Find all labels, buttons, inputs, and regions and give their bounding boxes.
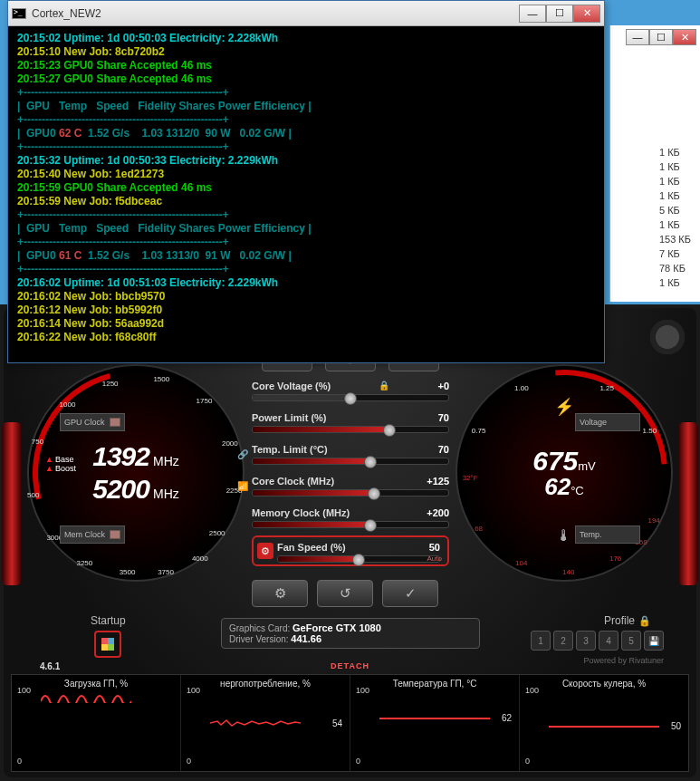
base-boost-legend: ▲Base ▲Boost xyxy=(45,455,76,473)
chart-current-value: 54 xyxy=(332,718,342,728)
core-voltage-slider[interactable]: Core Voltage (%) 🔒+0 xyxy=(252,381,449,401)
temp-value: 62 xyxy=(544,473,571,500)
reset-icon: ↺ xyxy=(340,585,351,602)
startup-toggle[interactable] xyxy=(94,631,121,658)
startup-section: Startup xyxy=(91,614,126,658)
driver-version: 441.66 xyxy=(291,633,321,644)
profile-1-button[interactable]: 1 xyxy=(531,631,551,651)
chart-title: Температура ГП, °С xyxy=(356,679,513,689)
monitor-chart[interactable]: нергопотребление, %100054 xyxy=(181,675,350,771)
temp-label: Temp. xyxy=(575,525,640,544)
clock-gauge: 100012501500 175020002250 2500750 500325… xyxy=(27,364,245,582)
profile-3-button[interactable]: 3 xyxy=(576,631,596,651)
gpu-clock-value: 1392 xyxy=(92,441,149,471)
file-size-cell: 1 КБ xyxy=(659,217,691,232)
voltage-value: 675 xyxy=(532,446,578,476)
slider-value: +0 xyxy=(437,381,449,391)
slider-thumb[interactable] xyxy=(383,424,396,437)
maximize-button[interactable]: ☐ xyxy=(546,5,573,23)
voltage-label: Voltage xyxy=(575,413,640,431)
monitor-chart[interactable]: Загрузка ГП, %1000 xyxy=(12,675,181,771)
slider-column: Core Voltage (%) 🔒+0Power Limit (%)70🔗Te… xyxy=(252,381,449,577)
chart-title: Скорость кулера, % xyxy=(525,679,683,689)
bg-maximize-button[interactable]: ☐ xyxy=(649,29,673,45)
profile-2-button[interactable]: 2 xyxy=(553,631,573,651)
afterburner-panel: A F T E R B U R N E R K ⛨ i 100012501500… xyxy=(0,304,700,781)
mem-clock-value: 5200 xyxy=(92,474,149,504)
slider-thumb[interactable] xyxy=(364,519,377,532)
slider-value: +125 xyxy=(427,476,449,487)
minimize-button[interactable]: — xyxy=(519,5,546,23)
slider-value: 70 xyxy=(438,444,449,455)
fan-speed-slider[interactable]: ⚙Fan Speed (%)50Auto xyxy=(252,535,449,566)
terminal-title: Cortex_NEW2 xyxy=(32,7,519,20)
file-size-cell: 1 КБ xyxy=(659,174,691,188)
detach-button[interactable]: DETACH xyxy=(331,661,369,670)
temp-limit-slider[interactable]: 🔗Temp. Limit (°C)70 xyxy=(252,444,449,465)
slider-thumb[interactable] xyxy=(344,392,357,405)
gpu-name: GeForce GTX 1080 xyxy=(292,622,381,633)
monitor-chart[interactable]: Температура ГП, °С100062 xyxy=(350,675,520,771)
fan-auto-label[interactable]: Auto xyxy=(427,554,442,563)
background-window-buttons: — ☐ ✕ xyxy=(626,29,696,45)
bg-close-button[interactable]: ✕ xyxy=(673,29,696,45)
link-icon: 📶 xyxy=(237,481,248,491)
gpu-clock-label: GPU Clock xyxy=(60,413,125,431)
slider-thumb[interactable] xyxy=(364,456,377,468)
chart-title: нергопотребление, % xyxy=(187,679,344,689)
monitor-chart[interactable]: Скорость кулера, %100050 xyxy=(520,675,688,771)
slider-value: 50 xyxy=(429,542,440,553)
mem-clock-label: Mem Clock xyxy=(60,525,125,544)
fan-settings-icon[interactable]: ⚙ xyxy=(257,543,273,559)
chart-title: Загрузка ГП, % xyxy=(17,679,175,689)
voltage-temp-gauge: ⚡ 🌡 1.001.25 0.751.50 32°F68 104140 1761… xyxy=(455,364,673,582)
apply-button[interactable]: ✓ xyxy=(382,580,438,607)
settings-button[interactable]: ⚙ xyxy=(252,580,308,607)
slider-thumb[interactable] xyxy=(352,554,365,566)
mem-chip-icon xyxy=(110,530,120,539)
gpu-chip-icon xyxy=(110,418,120,427)
profile-4-button[interactable]: 4 xyxy=(599,631,618,651)
lock-icon: 🔒 xyxy=(638,615,651,627)
slider-value: 70 xyxy=(438,412,449,423)
terminal-icon xyxy=(12,8,26,19)
terminal-window: Cortex_NEW2 — ☐ ✕ 20:15:02 Uptime: 1d 00… xyxy=(7,0,605,363)
power-limit-slider[interactable]: Power Limit (%)70 xyxy=(252,412,449,433)
terminal-output: 20:15:02 Uptime: 1d 00:50:03 Electricity… xyxy=(8,26,604,362)
file-size-cell: 1 КБ xyxy=(659,275,691,290)
link-icon: 🔗 xyxy=(237,449,248,459)
file-size-cell: 153 КБ xyxy=(659,232,691,246)
save-profile-button[interactable]: 💾 xyxy=(644,631,664,651)
windows-icon xyxy=(101,638,114,651)
check-icon: ✓ xyxy=(405,585,417,602)
background-file-sizes: 1 КБ1 КБ1 КБ1 КБ5 КБ1 КБ153 КБ7 КБ78 КБ1… xyxy=(659,145,691,290)
file-size-cell: 1 КБ xyxy=(659,159,691,174)
version-label: 4.6.1 xyxy=(40,661,60,671)
reset-button[interactable]: ↺ xyxy=(317,580,373,607)
profile-5-button[interactable]: 5 xyxy=(621,631,641,651)
chart-current-value: 62 xyxy=(502,712,512,722)
powered-by-label: Powered by Rivatuner xyxy=(583,656,664,665)
mem-clock-slider[interactable]: Memory Clock (MHz)+200 xyxy=(252,507,449,528)
file-size-cell: 1 КБ xyxy=(659,145,691,159)
lock-icon: 🔒 xyxy=(379,381,389,391)
bolt-icon: ⚡ xyxy=(554,397,574,417)
file-size-cell: 1 КБ xyxy=(659,188,691,203)
monitor-charts[interactable]: Загрузка ГП, %1000нергопотребление, %100… xyxy=(11,674,689,772)
core-clock-slider[interactable]: 📶Core Clock (MHz)+125 xyxy=(252,476,449,497)
file-size-cell: 78 КБ xyxy=(659,261,691,275)
gear-icon: ⚙ xyxy=(274,585,286,602)
terminal-titlebar[interactable]: Cortex_NEW2 — ☐ ✕ xyxy=(8,1,604,26)
slider-thumb[interactable] xyxy=(368,487,380,500)
file-size-cell: 7 КБ xyxy=(659,246,691,261)
profile-section: Profile🔒 xyxy=(604,614,651,627)
file-size-cell: 5 КБ xyxy=(659,203,691,217)
startup-label: Startup xyxy=(91,614,126,627)
slider-value: +200 xyxy=(427,507,449,518)
close-button[interactable]: ✕ xyxy=(573,5,600,23)
gpu-info-box: Graphics Card: GeForce GTX 1080 Driver V… xyxy=(221,618,480,649)
thermometer-icon: 🌡 xyxy=(556,526,572,545)
chart-current-value: 50 xyxy=(671,721,681,731)
bg-minimize-button[interactable]: — xyxy=(626,29,649,45)
